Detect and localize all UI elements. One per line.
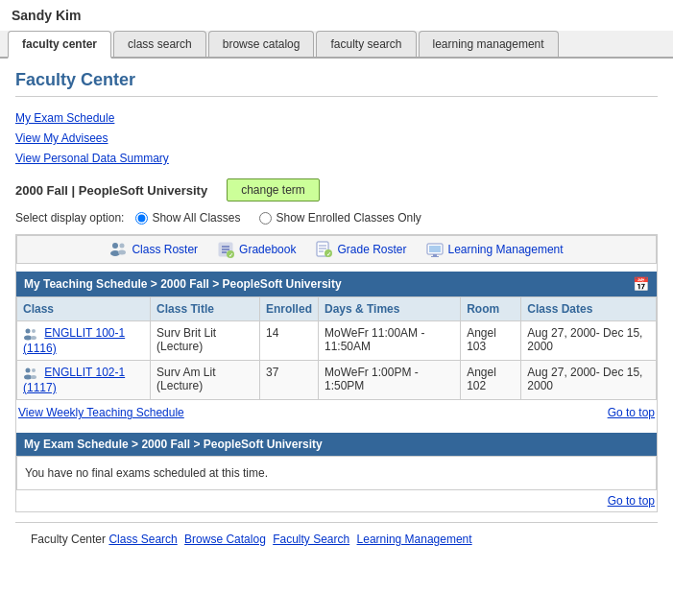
go-to-top-link-2[interactable]: Go to top xyxy=(608,494,655,508)
room-cell-2: Angel 102 xyxy=(461,361,521,400)
calendar-icon: 📅 xyxy=(633,276,649,292)
svg-point-2 xyxy=(120,244,125,249)
display-option-bar: Select display option: Show All Classes … xyxy=(15,211,658,225)
svg-rect-17 xyxy=(429,246,441,252)
exam-schedule-link-group: My Exam Schedule xyxy=(15,110,658,125)
svg-text:✓: ✓ xyxy=(326,251,331,257)
days-cell-2: MoWeFr 1:00PM - 1:50PM xyxy=(318,361,460,400)
show-enrolled-radio[interactable] xyxy=(259,212,272,225)
show-all-label: Show All Classes xyxy=(152,211,240,225)
grade-roster-icon: ✓ xyxy=(315,241,332,258)
view-advisees-link-group: View My Advisees xyxy=(15,130,658,145)
teaching-schedule-table: Class Class Title Enrolled Days & Times … xyxy=(16,296,657,400)
svg-point-25 xyxy=(24,375,32,380)
teaching-bottom-links: View Weekly Teaching Schedule Go to top xyxy=(16,400,657,425)
tab-faculty-center[interactable]: faculty center xyxy=(8,31,111,59)
go-to-top-link-1[interactable]: Go to top xyxy=(608,406,655,419)
exam-schedule-title: My Exam Schedule > 2000 Fall > PeopleSof… xyxy=(24,438,323,451)
svg-point-27 xyxy=(31,375,36,379)
footer-browse-catalog[interactable]: Browse Catalog xyxy=(184,533,266,546)
col-days-times: Days & Times xyxy=(318,297,460,321)
person-icon-2 xyxy=(23,366,38,381)
teaching-schedule-header: My Teaching Schedule > 2000 Fall > Peopl… xyxy=(16,272,657,296)
exam-schedule-section: My Exam Schedule > 2000 Fall > PeopleSof… xyxy=(16,433,657,490)
footer-label: Faculty Center xyxy=(31,533,106,546)
change-term-button[interactable]: change term xyxy=(227,178,320,201)
personal-data-link[interactable]: View Personal Data Summary xyxy=(15,152,169,165)
footer-faculty-search[interactable]: Faculty Search xyxy=(273,533,349,546)
footer-class-search[interactable]: Class Search xyxy=(108,533,177,546)
svg-point-24 xyxy=(26,368,31,373)
gradebook-label: Gradebook xyxy=(239,243,296,256)
title-cell-1: Surv Brit Lit (Lecture) xyxy=(151,321,260,361)
table-row: ENGLLIT 100-1 (1116) Surv Brit Lit (Lect… xyxy=(17,321,657,361)
exam-content: You have no final exams scheduled at thi… xyxy=(16,456,657,490)
col-class: Class xyxy=(17,297,151,321)
col-room: Room xyxy=(461,297,521,321)
svg-point-21 xyxy=(24,336,32,341)
enrolled-cell-1: 14 xyxy=(259,321,318,361)
footer-learning-management[interactable]: Learning Management xyxy=(357,533,472,546)
col-dates: Class Dates xyxy=(521,297,657,321)
gradebook-button[interactable]: ✓ Gradebook xyxy=(217,241,296,258)
svg-point-3 xyxy=(118,250,126,255)
grade-roster-button[interactable]: ✓ Grade Roster xyxy=(315,241,406,258)
enrolled-cell-2: 37 xyxy=(259,361,318,400)
footer: Faculty Center Class Search Browse Catal… xyxy=(15,522,658,556)
room-cell-1: Angel 103 xyxy=(461,321,521,361)
page-title: Faculty Center xyxy=(15,70,658,97)
show-all-radio[interactable] xyxy=(135,212,148,225)
days-cell-1: MoWeFr 11:00AM - 11:50AM xyxy=(318,321,460,361)
learning-management-button[interactable]: Learning Management xyxy=(426,241,564,258)
class-cell-2: ENGLLIT 102-1 (1117) xyxy=(17,361,151,400)
class-cell-1: ENGLLIT 100-1 (1116) xyxy=(17,321,151,361)
teaching-schedule-title: My Teaching Schedule > 2000 Fall > Peopl… xyxy=(24,277,342,291)
tab-faculty-search[interactable]: faculty search xyxy=(316,31,416,57)
learning-mgmt-icon xyxy=(426,241,444,258)
dates-cell-1: Aug 27, 2000- Dec 15, 2000 xyxy=(521,321,657,361)
class-roster-icon xyxy=(109,241,127,258)
user-name: Sandy Kim xyxy=(0,0,673,31)
tab-learning-management[interactable]: learning management xyxy=(419,31,559,57)
person-icon-1 xyxy=(23,326,38,342)
show-enrolled-label: Show Enrolled Classes Only xyxy=(276,211,421,225)
title-cell-2: Surv Am Lit (Lecture) xyxy=(151,361,260,400)
view-advisees-link[interactable]: View My Advisees xyxy=(15,131,108,145)
svg-text:✓: ✓ xyxy=(228,252,233,258)
exam-schedule-link[interactable]: My Exam Schedule xyxy=(15,111,114,125)
tab-browse-catalog[interactable]: browse catalog xyxy=(208,31,315,57)
tab-bar: faculty center class search browse catal… xyxy=(0,31,673,59)
svg-rect-19 xyxy=(431,256,439,257)
display-option-label: Select display option: xyxy=(15,211,124,225)
weekly-schedule-link[interactable]: View Weekly Teaching Schedule xyxy=(18,406,184,419)
svg-point-0 xyxy=(112,243,118,249)
svg-rect-18 xyxy=(433,254,437,256)
exam-go-to-top: Go to top xyxy=(16,490,657,511)
teaching-schedule-section: My Teaching Schedule > 2000 Fall > Peopl… xyxy=(16,272,657,425)
gradebook-icon: ✓ xyxy=(217,241,234,258)
learning-mgmt-label: Learning Management xyxy=(448,243,564,256)
toolbar-container: Class Roster ✓ Gradebook xyxy=(15,234,658,512)
term-bar: 2000 Fall | PeopleSoft University change… xyxy=(15,178,658,201)
term-text: 2000 Fall | PeopleSoft University xyxy=(15,183,207,198)
toolbar: Class Roster ✓ Gradebook xyxy=(16,235,657,264)
col-enrolled: Enrolled xyxy=(259,297,318,321)
col-title: Class Title xyxy=(151,297,260,321)
table-row: ENGLLIT 102-1 (1117) Surv Am Lit (Lectur… xyxy=(17,361,657,400)
exam-no-schedule-message: You have no final exams scheduled at thi… xyxy=(25,466,268,480)
class-roster-button[interactable]: Class Roster xyxy=(109,241,198,258)
personal-data-link-group: View Personal Data Summary xyxy=(15,151,658,165)
main-content: Faculty Center My Exam Schedule View My … xyxy=(0,59,673,567)
class-roster-label: Class Roster xyxy=(132,243,198,256)
svg-point-26 xyxy=(32,368,36,372)
svg-point-23 xyxy=(31,336,36,340)
show-all-option[interactable]: Show All Classes xyxy=(135,211,240,225)
show-enrolled-option[interactable]: Show Enrolled Classes Only xyxy=(259,211,421,225)
svg-point-20 xyxy=(26,329,31,334)
grade-roster-label: Grade Roster xyxy=(337,243,406,256)
svg-point-22 xyxy=(32,329,36,333)
dates-cell-2: Aug 27, 2000- Dec 15, 2000 xyxy=(521,361,657,400)
tab-class-search[interactable]: class search xyxy=(113,31,206,57)
exam-schedule-header: My Exam Schedule > 2000 Fall > PeopleSof… xyxy=(16,433,657,456)
